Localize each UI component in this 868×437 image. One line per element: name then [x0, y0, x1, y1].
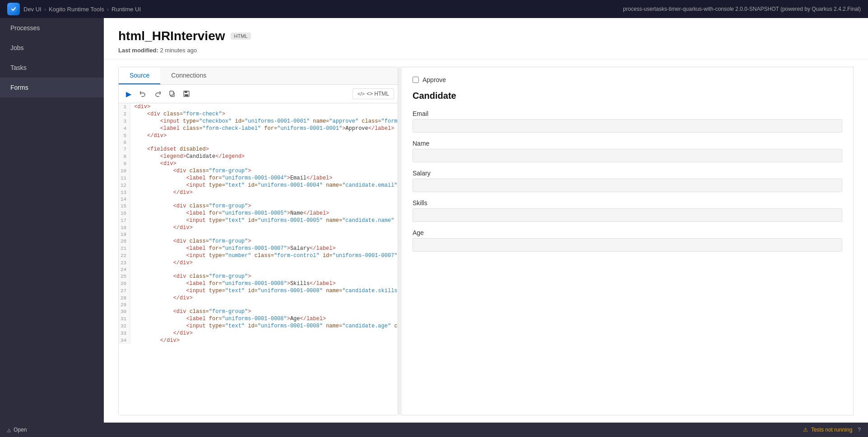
form-group: Name: [413, 140, 842, 162]
form-input-skills[interactable]: [413, 208, 842, 222]
code-editor[interactable]: 1<div>2 <div class="form-check">3 <input…: [119, 103, 398, 415]
line-number: 6: [119, 139, 130, 146]
line-content: [130, 267, 398, 273]
sidebar-item-processes[interactable]: Processes: [0, 18, 104, 38]
breadcrumb-devui[interactable]: Dev UI: [23, 6, 42, 13]
approve-checkbox[interactable]: [413, 77, 419, 83]
line-number: 12: [119, 182, 130, 189]
line-content: </div>: [130, 189, 398, 196]
code-line: 20 <div class="form-group">: [119, 238, 398, 245]
last-modified-label: Last modified:: [118, 47, 158, 54]
preview-fields: EmailNameSalarySkillsAge: [413, 110, 842, 252]
line-content: <input type="text" id="uniforms-0001-000…: [130, 182, 398, 189]
last-modified-value: 2 minutes ago: [160, 47, 197, 54]
save-button[interactable]: [180, 87, 193, 100]
last-modified: Last modified: 2 minutes ago: [118, 47, 854, 54]
code-line: 29: [119, 302, 398, 308]
form-input-name[interactable]: [413, 149, 842, 162]
line-number: 29: [119, 302, 130, 308]
line-content: </div>: [130, 132, 398, 139]
tests-icon: ⚠: [803, 427, 808, 433]
tab-connections[interactable]: Connections: [160, 67, 217, 84]
redo-button[interactable]: [151, 87, 164, 100]
candidate-legend: Candidate: [413, 91, 842, 101]
open-button[interactable]: △ Open: [7, 427, 27, 433]
form-input-salary[interactable]: [413, 179, 842, 192]
form-approve-row: Approve: [413, 76, 842, 83]
code-line: 12 <input type="text" id="uniforms-0001-…: [119, 182, 398, 189]
form-label: Skills: [413, 199, 842, 207]
line-number: 8: [119, 153, 130, 160]
line-content: <input type="text" id="uniforms-0001-000…: [130, 217, 398, 224]
line-content: <div class="form-check">: [130, 110, 398, 118]
form-group: Salary: [413, 170, 842, 192]
line-number: 16: [119, 210, 130, 217]
breadcrumb: Dev UI › Kogito Runtime Tools › Runtime …: [23, 6, 141, 13]
code-line: 33 </div>: [119, 330, 398, 337]
line-number: 25: [119, 273, 130, 280]
line-content: <div class="form-group">: [130, 202, 398, 210]
line-number: 11: [119, 175, 130, 182]
code-line: 21 <label for="uniforms-0001-0007">Salar…: [119, 245, 398, 252]
drag-handle[interactable]: ⋮: [398, 67, 402, 415]
line-number: 4: [119, 125, 130, 132]
app-logo[interactable]: [7, 3, 20, 15]
sidebar-item-tasks[interactable]: Tasks: [0, 58, 104, 78]
line-number: 24: [119, 267, 130, 273]
code-line: 16 <label for="uniforms-0001-0005">Name<…: [119, 210, 398, 217]
code-line: 1<div>: [119, 103, 398, 110]
sidebar-item-jobs[interactable]: Jobs: [0, 38, 104, 58]
line-content: <legend>Candidate</legend>: [130, 153, 398, 160]
run-button[interactable]: ▶: [122, 87, 135, 100]
line-content: </div>: [130, 330, 398, 337]
top-nav-left: Dev UI › Kogito Runtime Tools › Runtime …: [7, 3, 141, 15]
code-line: 17 <input type="text" id="uniforms-0001-…: [119, 217, 398, 224]
sidebar-item-forms[interactable]: Forms: [0, 78, 104, 97]
line-content: <div class="form-group">: [130, 167, 398, 175]
code-line: 6: [119, 139, 398, 146]
top-nav: Dev UI › Kogito Runtime Tools › Runtime …: [0, 0, 868, 18]
line-content: <label for="uniforms-0001-0007">Salary</…: [130, 245, 398, 252]
preview-panel: Approve Candidate EmailNameSalarySkillsA…: [402, 67, 854, 415]
editor-tabs: Source Connections: [119, 67, 398, 85]
svg-rect-2: [170, 91, 173, 95]
code-line: 27 <input type="text" id="uniforms-0001-…: [119, 287, 398, 294]
form-group: Age: [413, 229, 842, 252]
line-number: 1: [119, 103, 130, 110]
line-content: [130, 196, 398, 202]
open-label: Open: [14, 427, 27, 433]
breadcrumb-kogito[interactable]: Kogito Runtime Tools: [49, 6, 104, 13]
form-label: Age: [413, 229, 842, 236]
tab-source[interactable]: Source: [119, 67, 160, 84]
line-content: <label for="uniforms-0001-0008">Skills</…: [130, 280, 398, 287]
undo-button[interactable]: [137, 87, 149, 100]
code-line: 13 </div>: [119, 189, 398, 196]
code-line: 9 <div>: [119, 160, 398, 167]
code-line: 2 <div class="form-check">: [119, 110, 398, 118]
line-number: 19: [119, 231, 130, 238]
line-content: [130, 302, 398, 308]
line-number: 5: [119, 132, 130, 139]
line-number: 21: [119, 245, 130, 252]
code-line: 8 <legend>Candidate</legend>: [119, 153, 398, 160]
form-group: Email: [413, 110, 842, 133]
line-content: <input type="checkbox" id="uniforms-0001…: [130, 118, 398, 125]
code-line: 30 <div class="form-group">: [119, 308, 398, 315]
line-number: 15: [119, 202, 130, 210]
html-badge: HTML: [231, 32, 251, 40]
form-label: Email: [413, 110, 842, 117]
code-line: 7 <fieldset disabled>: [119, 146, 398, 153]
line-content: <input type="number" class="form-control…: [130, 252, 398, 259]
line-number: 28: [119, 294, 130, 302]
code-line: 23 </div>: [119, 259, 398, 267]
help-button[interactable]: ?: [858, 427, 861, 433]
form-input-email[interactable]: [413, 119, 842, 133]
form-input-age[interactable]: [413, 238, 842, 252]
copy-button[interactable]: [166, 87, 178, 100]
svg-rect-5: [185, 94, 188, 96]
line-content: <div class="form-group">: [130, 273, 398, 280]
line-number: 17: [119, 217, 130, 224]
tests-not-running[interactable]: ⚠ Tests not running: [803, 427, 853, 433]
breadcrumb-runtime[interactable]: Runtime UI: [111, 6, 141, 13]
html-toggle-button[interactable]: </> <> HTML: [353, 88, 394, 99]
